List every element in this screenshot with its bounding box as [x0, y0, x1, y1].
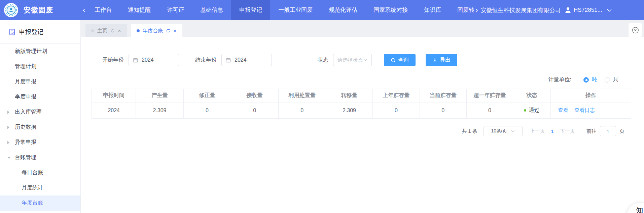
cell-actions: 查看 查看日志: [551, 102, 631, 119]
caret-down-icon: [7, 157, 11, 159]
close-all-tabs-button[interactable]: [629, 23, 642, 37]
refresh-icon[interactable]: [166, 29, 170, 33]
cell-prev-year-storage: 0: [373, 102, 420, 119]
app-logo: [4, 3, 18, 17]
nav-item-license[interactable]: 许可证: [159, 0, 192, 20]
col-current-storage: 当前贮存量: [420, 89, 466, 102]
export-button[interactable]: 导出: [426, 54, 457, 66]
nav-item-notifications[interactable]: 通知提醒: [120, 0, 159, 20]
cell-corrected: 0: [183, 102, 231, 119]
next-page-button[interactable]: 下一页: [560, 128, 575, 134]
caret-right-icon: [7, 111, 9, 114]
page-annual-ledger: 开始年份 结束年份 状态 请选择状态: [81, 37, 644, 213]
status-select-placeholder: 请选择状态: [337, 57, 363, 63]
sidebar-item-new-management-plan[interactable]: 新版管理计划: [0, 44, 80, 59]
radio-unselected-icon: [605, 77, 610, 83]
sidebar-item-inout-storage[interactable]: 出入库管理: [0, 104, 80, 120]
sidebar-item-management-plan[interactable]: 管理计划: [0, 59, 80, 74]
close-icon[interactable]: ×: [173, 28, 177, 34]
sidebar-item-label: 台账管理: [15, 154, 36, 161]
pagination-bar: 共 1 条 10条/页 上一页 1 下一页 前往 页: [81, 126, 624, 136]
tab-dot-icon: [137, 29, 140, 32]
search-icon: [391, 58, 396, 63]
sidebar-item-ledger-management[interactable]: 台账管理: [0, 150, 80, 165]
download-icon: [432, 58, 437, 63]
status-select[interactable]: 请选择状态: [333, 54, 372, 66]
total-count: 共 1 条: [462, 128, 477, 134]
view-link[interactable]: 查看: [558, 107, 568, 113]
nav-scroll-left-icon[interactable]: ‹: [81, 0, 86, 20]
tab-home[interactable]: 主页 ×: [85, 24, 127, 37]
company-name: 安徽恒生科技发展集团有限公司: [481, 6, 561, 14]
tab-label: 年度台账: [143, 28, 163, 34]
document-icon: [9, 29, 15, 35]
nav-item-workbench[interactable]: 工作台: [86, 0, 120, 20]
cell-received: 0: [231, 102, 278, 119]
brand-area: 安徽固废: [0, 3, 81, 17]
sidebar-item-monthly-stats[interactable]: 月度统计: [0, 180, 80, 195]
tab-label: 主页: [97, 28, 107, 34]
top-navbar: 安徽固废 ‹ 工作台 通知提醒 许可证 基础信息 申报登记 一般工业固废 规范化…: [0, 0, 644, 20]
user-icon: [564, 6, 572, 14]
export-button-label: 导出: [440, 57, 451, 64]
circled-close-icon: [632, 27, 639, 34]
nav-item-basic-info[interactable]: 基础信息: [192, 0, 231, 20]
goto-page-input[interactable]: [600, 126, 616, 136]
user-menu-chevron-down-icon[interactable]: [607, 9, 612, 12]
close-icon[interactable]: ×: [118, 28, 121, 34]
sidebar-title-label: 申报登记: [19, 28, 43, 36]
floating-button-glyph: 知: [636, 206, 643, 213]
nav-item-standard-assessment[interactable]: 规范化评估: [321, 0, 365, 20]
caret-right-icon: [7, 141, 9, 144]
radio-unit-ton[interactable]: 吨: [583, 76, 597, 83]
col-corrected: 修正量: [183, 89, 231, 102]
col-utilized: 利用处置量: [278, 89, 326, 102]
nav-scroll-right-icon[interactable]: ›: [474, 0, 479, 20]
sidebar-item-abnormal-declaration[interactable]: 异常申报: [0, 135, 80, 150]
nav-item-general-industrial-waste[interactable]: 一般工业固废: [270, 0, 321, 20]
status-badge: 通过: [529, 107, 539, 114]
col-over-year-storage: 超一年贮存量: [467, 89, 513, 102]
sidebar-item-quarterly-declaration[interactable]: 季度申报: [0, 89, 80, 104]
current-page[interactable]: 1: [551, 128, 554, 134]
floating-assistant-button[interactable]: 知: [627, 202, 644, 213]
end-year-input[interactable]: [234, 57, 267, 63]
sidebar-item-daily-ledger[interactable]: 每日台账: [0, 165, 80, 180]
col-transferred: 转移量: [326, 89, 372, 102]
search-button[interactable]: 查询: [384, 54, 416, 66]
cell-generated: 2.309: [136, 102, 183, 119]
prev-page-button[interactable]: 上一页: [530, 128, 545, 134]
nav-item-knowledge-base[interactable]: 知识库: [416, 0, 449, 20]
chevron-down-icon: [363, 59, 367, 61]
sidebar-item-annual-ledger[interactable]: 年度台账: [0, 195, 80, 211]
col-declare-time: 申报时间: [92, 89, 136, 102]
goto-suffix: 页: [619, 128, 624, 134]
cell-declare-time: 2024: [92, 102, 136, 119]
start-year-label: 开始年份: [102, 57, 124, 64]
page-size-value: 10条/页: [491, 128, 507, 134]
start-year-field[interactable]: [129, 54, 179, 66]
col-generated: 产生量: [136, 89, 183, 102]
view-log-link[interactable]: 查看日志: [575, 107, 595, 113]
chevron-down-icon: [511, 130, 515, 132]
end-year-field[interactable]: [221, 54, 272, 66]
nav-item-national-system[interactable]: 国家系统对接: [365, 0, 416, 20]
sidebar-item-label: 历史数据: [15, 124, 36, 131]
sidebar-item-label: 新版管理计划: [15, 48, 47, 55]
table-row: 2024 2.309 0 0 0 2.309 0 0 0 通过: [92, 102, 631, 119]
tab-strip: 主页 × 年度台账 ×: [81, 20, 644, 37]
nav-item-declaration[interactable]: 申报登记: [231, 0, 270, 20]
col-prev-year-storage: 上年贮存量: [373, 89, 420, 102]
nav-item-waste-transfer[interactable]: 固废转: [449, 0, 474, 20]
page-size-select[interactable]: 10条/页: [484, 126, 523, 136]
sidebar-item-history-data[interactable]: 历史数据: [0, 120, 80, 135]
tab-annual-ledger[interactable]: 年度台账 ×: [131, 24, 182, 37]
sidebar-item-label: 出入库管理: [15, 109, 42, 116]
refresh-icon[interactable]: [110, 29, 115, 33]
radio-unit-piece[interactable]: 只: [605, 76, 618, 83]
start-year-input[interactable]: [141, 57, 175, 63]
user-area: 安徽恒生科技发展集团有限公司 HS72851...: [481, 6, 612, 14]
radio-selected-icon: [583, 77, 589, 83]
sidebar-item-monthly-declaration[interactable]: 月度申报: [0, 74, 80, 89]
user-id[interactable]: HS72851...: [574, 7, 602, 13]
